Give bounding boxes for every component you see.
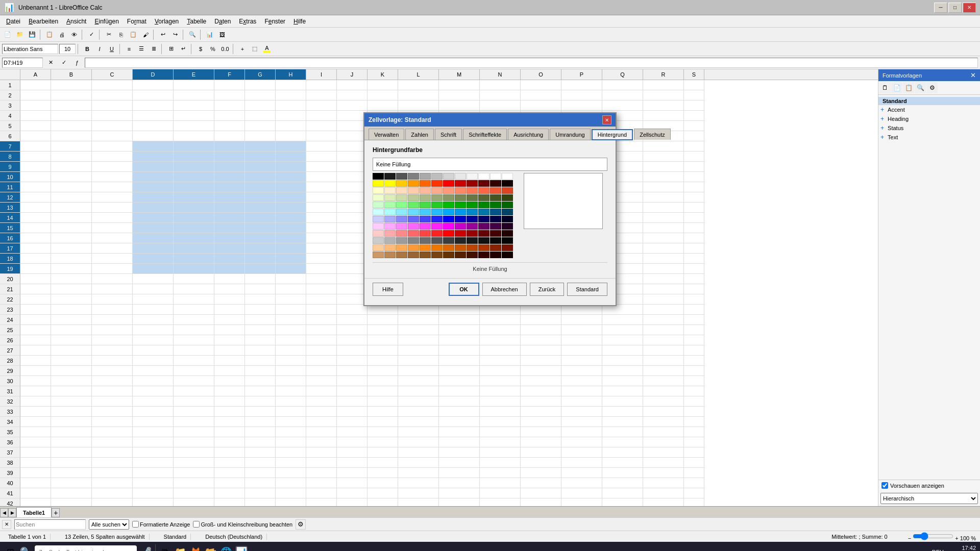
align-left-btn[interactable]: ≡ (124, 43, 135, 55)
cell[interactable] (337, 141, 368, 152)
cell[interactable] (561, 325, 602, 335)
cell[interactable] (398, 80, 439, 90)
cell[interactable] (602, 468, 643, 478)
cell[interactable] (643, 243, 684, 254)
cell[interactable] (92, 417, 133, 427)
cell[interactable] (398, 498, 439, 506)
cell[interactable] (214, 366, 245, 376)
color-swatch[interactable] (396, 252, 407, 258)
cell[interactable] (174, 437, 214, 447)
cell[interactable] (51, 254, 92, 264)
cell[interactable] (398, 90, 439, 101)
cell[interactable] (51, 131, 92, 141)
cell[interactable] (214, 223, 245, 233)
col-header-g[interactable]: G (245, 69, 276, 80)
color-swatch[interactable] (420, 209, 431, 215)
cell[interactable] (337, 172, 368, 182)
cell[interactable] (133, 478, 174, 488)
cell[interactable] (133, 284, 174, 294)
color-swatch[interactable] (478, 237, 489, 244)
ok-btn[interactable]: OK (449, 283, 479, 296)
cell[interactable] (214, 458, 245, 468)
cell[interactable] (214, 325, 245, 335)
col-header-p[interactable]: P (561, 69, 602, 80)
cell[interactable] (368, 376, 398, 386)
color-swatch[interactable] (396, 237, 407, 244)
cell[interactable] (643, 264, 684, 274)
formatted-display-checkbox[interactable] (132, 521, 139, 528)
cell[interactable] (92, 223, 133, 233)
cell[interactable] (643, 223, 684, 233)
cell[interactable] (561, 366, 602, 376)
cell[interactable] (306, 131, 337, 141)
cell[interactable] (214, 152, 245, 162)
cell[interactable] (20, 417, 51, 427)
cell[interactable] (20, 498, 51, 506)
cell[interactable] (92, 213, 133, 223)
cell[interactable] (174, 121, 214, 131)
color-swatch[interactable] (396, 230, 407, 237)
col-header-a[interactable]: A (20, 69, 51, 80)
cell[interactable] (306, 141, 337, 152)
cell[interactable] (684, 315, 704, 325)
cell[interactable] (51, 101, 92, 111)
cell[interactable] (684, 192, 704, 203)
cell[interactable] (133, 305, 174, 315)
cell[interactable] (245, 468, 276, 478)
color-swatch[interactable] (467, 202, 478, 208)
cell[interactable] (51, 437, 92, 447)
cell[interactable] (521, 356, 561, 366)
color-swatch[interactable] (490, 244, 501, 251)
color-swatch[interactable] (420, 202, 431, 208)
cell[interactable] (92, 162, 133, 172)
color-swatch[interactable] (373, 223, 384, 230)
cell[interactable] (276, 498, 306, 506)
cell[interactable] (245, 294, 276, 305)
cell[interactable] (214, 121, 245, 131)
color-swatch[interactable] (502, 252, 513, 258)
color-swatch[interactable] (420, 223, 431, 230)
cell[interactable] (20, 162, 51, 172)
color-swatch[interactable] (443, 223, 454, 230)
cell[interactable] (684, 427, 704, 437)
cell[interactable] (561, 386, 602, 396)
cell[interactable] (133, 274, 174, 284)
cell[interactable] (51, 488, 92, 498)
cell[interactable] (398, 407, 439, 417)
cell[interactable] (337, 498, 368, 506)
color-swatch[interactable] (420, 237, 431, 244)
cell[interactable] (306, 243, 337, 254)
cell[interactable] (306, 152, 337, 162)
cell[interactable] (643, 274, 684, 284)
cell[interactable] (439, 335, 480, 345)
cell[interactable] (214, 264, 245, 274)
cell[interactable] (20, 203, 51, 213)
cell[interactable] (398, 325, 439, 335)
cell[interactable] (306, 447, 337, 458)
cell[interactable] (214, 141, 245, 152)
cell[interactable] (521, 447, 561, 458)
cell[interactable] (276, 172, 306, 182)
color-swatch[interactable] (455, 252, 466, 258)
cell[interactable] (133, 254, 174, 264)
cell[interactable] (214, 192, 245, 203)
color-swatch[interactable] (408, 202, 419, 208)
color-swatch[interactable] (384, 230, 396, 237)
color-swatch[interactable] (467, 237, 478, 244)
cut-btn[interactable]: ✂ (103, 29, 114, 40)
cell[interactable] (561, 335, 602, 345)
copy-btn[interactable]: ⎘ (115, 29, 127, 40)
cell[interactable] (214, 315, 245, 325)
cell[interactable] (20, 325, 51, 335)
color-swatch[interactable] (431, 187, 443, 194)
row-num[interactable]: 23 (0, 305, 20, 315)
col-header-j[interactable]: J (337, 69, 368, 80)
cell[interactable] (92, 131, 133, 141)
cell[interactable] (245, 478, 276, 488)
cell[interactable] (398, 101, 439, 111)
cell[interactable] (684, 111, 704, 121)
color-swatch[interactable] (478, 244, 489, 251)
cell[interactable] (20, 243, 51, 254)
cell[interactable] (306, 468, 337, 478)
cell[interactable] (398, 366, 439, 376)
